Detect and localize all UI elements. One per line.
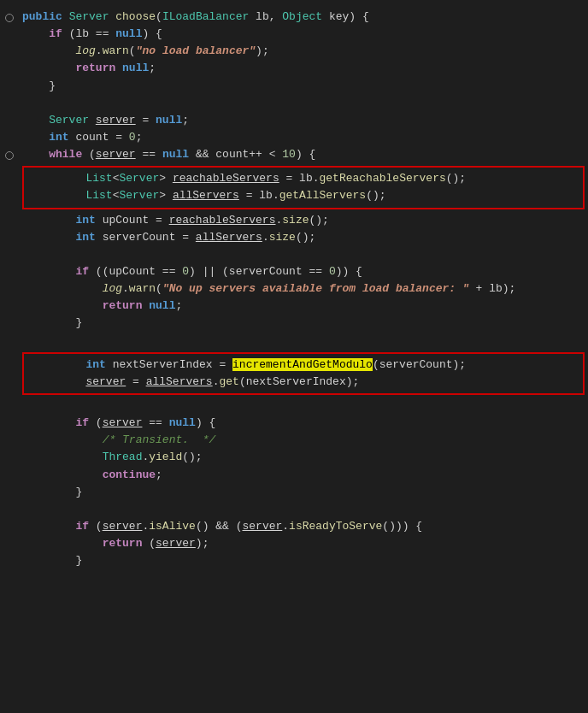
code-text-10b: List<Server> allServers = lb.getAllServe… [29,187,578,204]
gutter-13 [0,246,19,263]
gutter-16 [0,298,19,315]
gutter-2 [0,26,19,43]
gutter-14 [0,263,19,280]
gutter-29 [0,552,19,569]
code-text-27: if (server.isAlive() && (server.isReadyT… [19,518,588,535]
gutter-5 [0,78,19,95]
code-line-26 [0,501,588,518]
code-text-25: } [19,484,588,501]
gutter-27 [0,518,19,535]
gutter-20 [0,398,19,415]
code-text-5: } [19,78,588,95]
gutter-8 [0,129,19,146]
code-line-1: public Server choose(ILoadBalancer lb, O… [0,9,588,26]
gutter-12 [0,229,19,246]
gutter-4 [0,60,19,77]
code-line-13 [0,246,588,263]
code-container: public Server choose(ILoadBalancer lb, O… [0,0,588,578]
code-line-16: return null; [0,298,588,315]
code-text-29: } [19,552,588,569]
code-line-27: if (server.isAlive() && (server.isReadyT… [0,518,588,535]
code-line-7: Server server = null; [0,112,588,129]
code-text-26 [19,501,588,518]
code-line-25: } [0,484,588,501]
code-line-4: return null; [0,60,588,77]
code-text-1: public Server choose(ILoadBalancer lb, O… [19,9,588,26]
gutter-9 [0,146,19,163]
code-line-18 [0,333,588,350]
code-line-15: log.warn("No up servers available from l… [0,280,588,298]
code-line-22: /* Transient. */ [0,432,588,449]
code-line-3: log.warn("no load balancer"); [0,43,588,60]
code-line-29: } [0,552,588,569]
code-text-12: int serverCount = allServers.size(); [19,229,588,246]
code-text-18 [19,333,588,350]
code-text-3: log.warn("no load balancer"); [19,43,588,60]
gutter-22 [0,432,19,449]
code-line-17: } [0,315,588,332]
code-line-10b: List<Server> allServers = lb.getAllServe… [29,187,578,204]
code-text-8: int count = 0; [19,129,588,146]
gutter-11 [0,212,19,229]
gutter-7 [0,112,19,129]
code-line-5: } [0,78,588,95]
code-line-24: continue; [0,467,588,484]
red-box-2: int nextServerIndex = incrementAndGetMod… [22,352,585,395]
code-line-8: int count = 0; [0,129,588,146]
gutter-3 [0,43,19,60]
gutter-17 [0,315,19,332]
code-text-19a: int nextServerIndex = incrementAndGetMod… [29,356,578,374]
code-text-16: return null; [19,298,588,315]
code-line-21: if (server == null) { [0,415,588,432]
gutter-18 [0,333,19,350]
code-line-19a: int nextServerIndex = incrementAndGetMod… [29,356,578,374]
code-line-19b: server = allServers.get(nextServerIndex)… [29,374,578,391]
code-line-11: int upCount = reachableServers.size(); [0,212,588,229]
code-text-6 [19,95,588,112]
gutter-24 [0,467,19,484]
code-line-23: Thread.yield(); [0,449,588,466]
gutter-25 [0,484,19,501]
code-text-7: Server server = null; [19,112,588,129]
code-line-12: int serverCount = allServers.size(); [0,229,588,246]
code-text-19b: server = allServers.get(nextServerIndex)… [29,374,578,391]
gutter-15 [0,280,19,298]
code-text-23: Thread.yield(); [19,449,588,466]
code-text-24: continue; [19,467,588,484]
code-text-17: } [19,315,588,332]
code-text-22: /* Transient. */ [19,432,588,449]
code-line-10a: List<Server> reachableServers = lb.getRe… [29,170,578,187]
code-text-13 [19,246,588,263]
code-line-2: if (lb == null) { [0,26,588,43]
code-text-21: if (server == null) { [19,415,588,432]
code-text-20 [19,398,588,415]
gutter-21 [0,415,19,432]
gutter-1 [0,9,19,26]
gutter-23 [0,449,19,466]
code-text-11: int upCount = reachableServers.size(); [19,212,588,229]
gutter-icon-9 [5,151,14,160]
code-text-15: log.warn("No up servers available from l… [19,280,588,298]
gutter-6 [0,95,19,112]
code-text-10a: List<Server> reachableServers = lb.getRe… [29,170,578,187]
code-line-20 [0,398,588,415]
code-text-14: if ((upCount == 0) || (serverCount == 0)… [19,263,588,280]
red-box-1: List<Server> reachableServers = lb.getRe… [22,166,585,209]
code-line-9: while (server == null && count++ < 10) { [0,146,588,163]
code-text-4: return null; [19,60,588,77]
code-text-28: return (server); [19,535,588,552]
gutter-icon-1 [5,14,14,22]
code-line-14: if ((upCount == 0) || (serverCount == 0)… [0,263,588,280]
gutter-26 [0,501,19,518]
gutter-28 [0,535,19,552]
code-text-9: while (server == null && count++ < 10) { [19,146,588,163]
code-line-28: return (server); [0,535,588,552]
code-line-6 [0,95,588,112]
code-text-2: if (lb == null) { [19,26,588,43]
